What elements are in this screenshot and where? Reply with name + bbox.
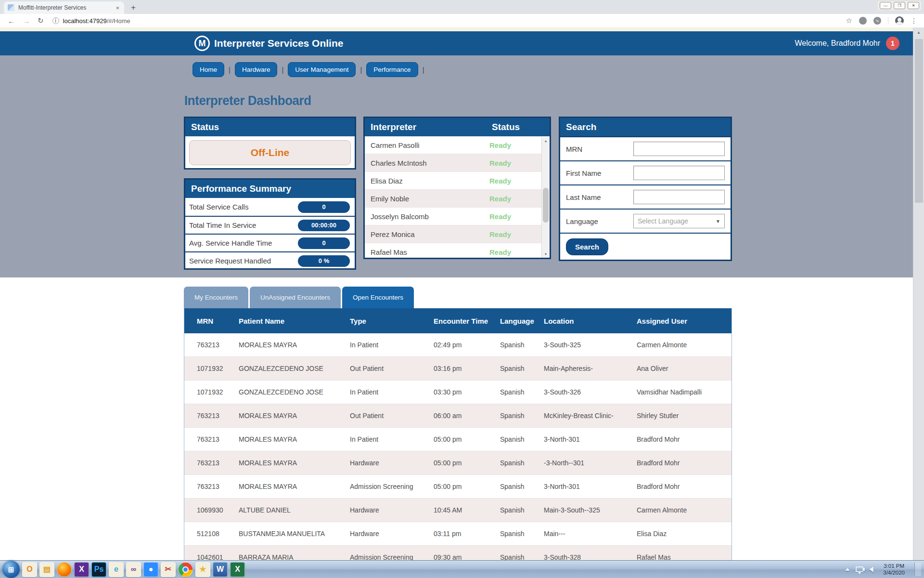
table-row[interactable]: 763213MORALES MAYRAIn Patient05:00 pmSpa… <box>184 428 732 451</box>
language-select[interactable]: Select Language ▼ <box>633 214 725 228</box>
cell: 02:49 pm <box>434 341 500 349</box>
cell: ALTUBE DANIEL <box>239 506 350 514</box>
close-button[interactable]: ✕ <box>908 2 919 9</box>
nav-button-user-management[interactable]: User Management <box>288 62 356 77</box>
page-title: Interpreter Dashboard <box>184 93 311 108</box>
nav-button-home[interactable]: Home <box>192 62 224 77</box>
photoshop-icon[interactable]: Ps <box>91 562 106 577</box>
cell: Admission Screening <box>350 553 434 560</box>
extension-wave-icon[interactable]: ∿ <box>873 17 881 25</box>
performance-metric-label: Total Service Calls <box>189 203 248 211</box>
tray-expand-icon[interactable] <box>845 568 850 571</box>
table-row[interactable]: 512108BUSTANMEJIA MANUELITAHardware03:11… <box>184 522 732 546</box>
nav-button-hardware[interactable]: Hardware <box>235 62 278 77</box>
search-button[interactable]: Search <box>566 238 608 255</box>
cell: 763213 <box>197 341 239 349</box>
cell: Carmen Almonte <box>637 506 732 514</box>
dashboard-section: Home|Hardware|User Management|Performanc… <box>0 55 913 277</box>
excel-icon[interactable]: X <box>230 562 245 577</box>
star-app-icon[interactable]: ★ <box>195 562 210 577</box>
site-info-icon[interactable]: i <box>52 17 59 24</box>
tab-unassigned-encounters[interactable]: UnAssigned Encounters <box>250 287 341 308</box>
first-name-input[interactable] <box>633 166 725 180</box>
page-scrollbar-thumb[interactable] <box>915 39 923 203</box>
cell: Admission Screening <box>350 483 434 490</box>
mrn-input[interactable] <box>633 142 725 156</box>
new-tab-button[interactable]: + <box>131 3 136 13</box>
vscode-icon[interactable]: X <box>74 562 89 577</box>
table-row[interactable]: 763213MORALES MAYRAIn Patient02:49 pmSpa… <box>184 333 732 357</box>
snipping-tool-icon[interactable]: ✂ <box>161 562 176 577</box>
file-explorer-icon[interactable]: ▤ <box>39 562 54 577</box>
cell: 1042601 <box>197 553 239 560</box>
browser-tab[interactable]: Moffitt-Interpreter Services × <box>4 1 124 14</box>
cell: MORALES MAYRA <box>239 435 350 443</box>
show-desktop-button[interactable] <box>914 563 921 576</box>
interpreter-status: Ready <box>489 141 536 149</box>
last-name-input[interactable] <box>633 190 725 204</box>
word-icon[interactable]: W <box>213 562 228 577</box>
table-row[interactable]: 763213MORALES MAYRAAdmission Screening05… <box>184 475 732 499</box>
interpreter-row[interactable]: Josselyn BalcombReady <box>365 208 541 225</box>
url-path: /#/Home <box>107 17 130 25</box>
ie-icon[interactable]: e <box>109 562 124 577</box>
minimize-button[interactable]: — <box>880 2 891 9</box>
visual-studio-icon[interactable]: ∞ <box>126 562 141 577</box>
column-header: MRN <box>197 317 239 325</box>
interpreter-row[interactable]: Rafael MasReady <box>365 243 541 257</box>
extension-icon[interactable] <box>859 17 867 25</box>
cell: 3-South-326 <box>544 388 637 396</box>
bookmark-star-icon[interactable]: ☆ <box>846 16 852 25</box>
profile-avatar-icon[interactable] <box>895 16 904 25</box>
table-row[interactable]: 1071932GONZALEZCEDENO JOSEOut Patient03:… <box>184 357 732 381</box>
taskbar-clock[interactable]: 3:01 PM 3/4/2020 <box>879 563 909 576</box>
start-button[interactable]: ⊞ <box>2 561 20 578</box>
restore-button[interactable]: ❐ <box>894 2 905 9</box>
zoom-icon[interactable]: ● <box>143 562 158 577</box>
nav-button-performance[interactable]: Performance <box>366 62 418 77</box>
firefox-icon[interactable] <box>57 562 72 577</box>
interpreter-name: Rafael Mas <box>371 248 489 256</box>
performance-row: Service Request Handled0 % <box>185 251 355 269</box>
performance-metric-label: Avg. Service Handle Time <box>189 239 272 247</box>
chrome-icon[interactable] <box>178 562 193 577</box>
interpreter-row[interactable]: Emily NobleReady <box>365 190 541 208</box>
network-icon[interactable] <box>856 566 863 572</box>
nav-separator: | <box>282 66 283 74</box>
reload-icon[interactable]: ↻ <box>38 16 44 25</box>
table-row[interactable]: 1042601BARRAZA MARIAAdmission Screening0… <box>184 546 732 560</box>
interpreter-row[interactable]: Elisa DiazReady <box>365 172 541 190</box>
page-scroll-up-icon[interactable]: ▲ <box>913 27 924 37</box>
interpreter-name: Emily Noble <box>371 195 489 203</box>
table-row[interactable]: 1069930ALTUBE DANIELHardware10:45 AMSpan… <box>184 499 732 522</box>
page-scrollbar[interactable]: ▲ <box>913 27 924 560</box>
interpreter-row[interactable]: Charles McIntoshReady <box>365 154 541 172</box>
menu-kebab-icon[interactable]: ⋮ <box>911 17 917 25</box>
scroll-down-icon[interactable]: ▼ <box>542 250 550 258</box>
tab-open-encounters[interactable]: Open Encounters <box>342 287 414 308</box>
cell: Vamsidhar Nadimpalli <box>637 388 732 396</box>
outlook-icon[interactable]: O <box>22 562 37 577</box>
forward-icon[interactable]: → <box>23 17 30 25</box>
table-row[interactable]: 763213MORALES MAYRAOut Patient06:00 amSp… <box>184 404 732 428</box>
tab-close-icon[interactable]: × <box>115 4 120 12</box>
offline-button[interactable]: Off-Line <box>189 140 351 165</box>
clock-date: 3/4/2020 <box>883 569 905 576</box>
notification-badge[interactable]: 1 <box>886 37 899 50</box>
column-header: Location <box>544 317 637 325</box>
scrollbar-thumb[interactable] <box>543 188 549 223</box>
back-icon[interactable]: ← <box>8 17 15 25</box>
interpreter-status: Ready <box>489 248 536 256</box>
table-row[interactable]: 763213MORALES MAYRAHardware05:00 pmSpani… <box>184 451 732 475</box>
tab-my-encounters[interactable]: My Encounters <box>184 287 248 308</box>
scroll-up-icon[interactable]: ▲ <box>542 137 550 144</box>
cell: 10:45 AM <box>434 506 500 514</box>
address-bar[interactable]: localhost:47929/#/Home <box>63 17 130 25</box>
interpreter-status: Ready <box>489 212 536 221</box>
interpreter-row[interactable]: Perez MonicaReady <box>365 225 541 243</box>
volume-icon[interactable] <box>869 566 873 572</box>
interpreter-row[interactable]: Carmen PasolliReady <box>365 136 541 154</box>
cell: Spanish <box>500 388 544 396</box>
table-row[interactable]: 1071932GONZALEZCEDENO JOSEIn Patient03:3… <box>184 381 732 404</box>
interpreter-scrollbar[interactable]: ▲ ▼ <box>541 137 550 258</box>
